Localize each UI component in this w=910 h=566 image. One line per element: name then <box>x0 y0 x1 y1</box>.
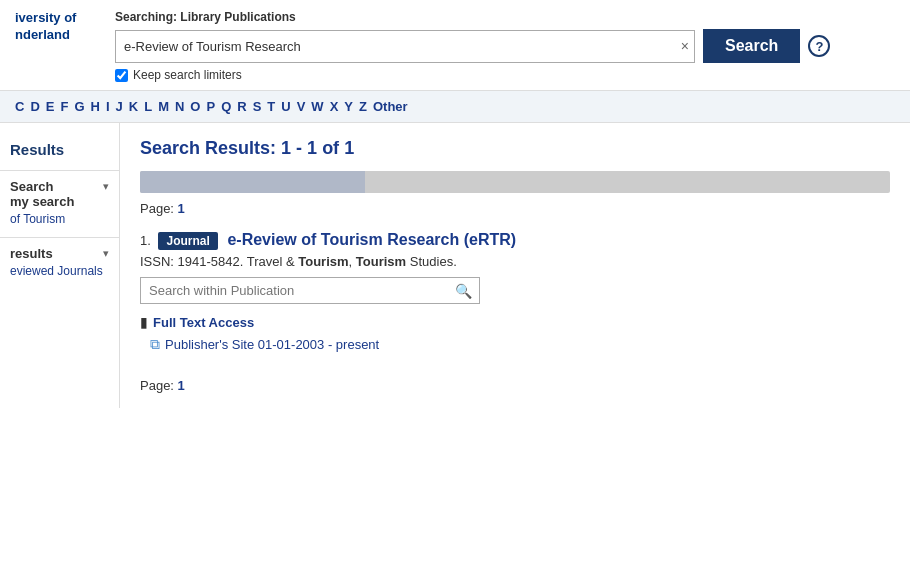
alpha-G[interactable]: G <box>74 99 84 114</box>
publisher-row: ⧉ Publisher's Site 01-01-2003 - present <box>150 336 890 353</box>
alpha-M[interactable]: M <box>158 99 169 114</box>
alpha-Other[interactable]: Other <box>373 99 408 114</box>
alpha-D[interactable]: D <box>30 99 39 114</box>
sidebar: Results Search ▾ my search of Tourism re… <box>0 123 120 408</box>
alpha-X[interactable]: X <box>330 99 339 114</box>
alpha-P[interactable]: P <box>206 99 215 114</box>
search-within-icon: 🔍 <box>455 283 472 299</box>
result-issn: ISSN: 1941-5842. Travel & Tourism, Touri… <box>140 254 890 269</box>
progress-bar-fill <box>140 171 365 193</box>
result-title-row: 1. Journal e-Review of Tourism Research … <box>140 231 890 249</box>
alpha-C[interactable]: C <box>15 99 24 114</box>
alpha-V[interactable]: V <box>297 99 306 114</box>
searching-label: Searching: Library Publications <box>115 10 895 24</box>
sidebar-results-label: results <box>10 246 53 261</box>
tourism-bold-2: Tourism <box>356 254 406 269</box>
clear-button[interactable]: × <box>681 39 689 53</box>
alpha-Q[interactable]: Q <box>221 99 231 114</box>
alpha-L[interactable]: L <box>144 99 152 114</box>
chevron-down-icon: ▾ <box>103 180 109 193</box>
result-number: 1. <box>140 233 151 248</box>
alpha-W[interactable]: W <box>311 99 323 114</box>
sidebar-search-row[interactable]: Search ▾ <box>10 179 109 194</box>
journal-badge: Journal <box>158 232 217 250</box>
alpha-N[interactable]: N <box>175 99 184 114</box>
result-item: 1. Journal e-Review of Tourism Research … <box>140 231 890 353</box>
full-text-link[interactable]: Full Text Access <box>153 315 254 330</box>
university-branding: iversity of nderland <box>15 10 105 44</box>
keep-limiters-text: Keep search limiters <box>133 68 242 82</box>
alpha-K[interactable]: K <box>129 99 138 114</box>
sidebar-results-section: Results <box>0 133 119 171</box>
search-results-heading: Search Results: 1 - 1 of 1 <box>140 138 890 159</box>
sidebar-results-row[interactable]: results ▾ <box>10 246 109 261</box>
chevron-down-icon-2: ▾ <box>103 247 109 260</box>
alpha-R[interactable]: R <box>237 99 246 114</box>
alpha-O[interactable]: O <box>190 99 200 114</box>
external-link-icon: ⧉ <box>150 336 160 353</box>
progress-bar <box>140 171 890 193</box>
alpha-T[interactable]: T <box>267 99 275 114</box>
alpha-U[interactable]: U <box>281 99 290 114</box>
alpha-J[interactable]: J <box>116 99 123 114</box>
header: iversity of nderland Searching: Library … <box>0 0 910 91</box>
sidebar-refine-sub[interactable]: eviewed Journals <box>10 261 109 281</box>
keep-limiters-checkbox[interactable] <box>115 69 128 82</box>
university-name: iversity of nderland <box>15 10 105 44</box>
result-title-link[interactable]: e-Review of Tourism Research (eRTR) <box>227 231 516 248</box>
alpha-Z[interactable]: Z <box>359 99 367 114</box>
sidebar-results-title: Results <box>10 141 109 158</box>
alpha-E[interactable]: E <box>46 99 55 114</box>
alpha-I[interactable]: I <box>106 99 110 114</box>
search-button[interactable]: Search <box>703 29 800 63</box>
alpha-F[interactable]: F <box>60 99 68 114</box>
page-label-bottom: Page: 1 <box>140 378 890 393</box>
help-icon[interactable]: ? <box>808 35 830 57</box>
tourism-bold-1: Tourism <box>298 254 348 269</box>
publisher-link[interactable]: Publisher's Site 01-01-2003 - present <box>165 337 379 352</box>
keep-limiters-checkbox-label[interactable]: Keep search limiters <box>115 68 895 82</box>
alpha-nav: C D E F G H I J K L M N O P Q R S T U V … <box>0 91 910 123</box>
search-input[interactable] <box>115 30 695 63</box>
full-text-row: ▮ Full Text Access <box>140 314 890 330</box>
sidebar-search-label: Search <box>10 179 53 194</box>
content-area: Search Results: 1 - 1 of 1 Page: 1 1. Jo… <box>120 123 910 408</box>
page-number-top-link[interactable]: 1 <box>178 201 185 216</box>
alpha-S[interactable]: S <box>253 99 262 114</box>
alpha-Y[interactable]: Y <box>344 99 353 114</box>
full-text-icon: ▮ <box>140 314 148 330</box>
sidebar-search-value[interactable]: of Tourism <box>10 209 109 229</box>
search-within-wrapper: 🔍 <box>140 277 480 304</box>
sidebar-my-search-label: my search <box>10 194 109 209</box>
sidebar-search-section: Search ▾ my search of Tourism <box>0 171 119 238</box>
alpha-H[interactable]: H <box>91 99 100 114</box>
search-row: × Search ? <box>115 29 895 63</box>
sidebar-refine-section: results ▾ eviewed Journals <box>0 238 119 289</box>
main-layout: Results Search ▾ my search of Tourism re… <box>0 123 910 408</box>
search-input-wrapper: × <box>115 30 695 63</box>
page-number-bottom-link[interactable]: 1 <box>178 378 185 393</box>
page-label-top: Page: 1 <box>140 201 890 216</box>
search-area: Searching: Library Publications × Search… <box>115 10 895 82</box>
search-within-input[interactable] <box>140 277 480 304</box>
